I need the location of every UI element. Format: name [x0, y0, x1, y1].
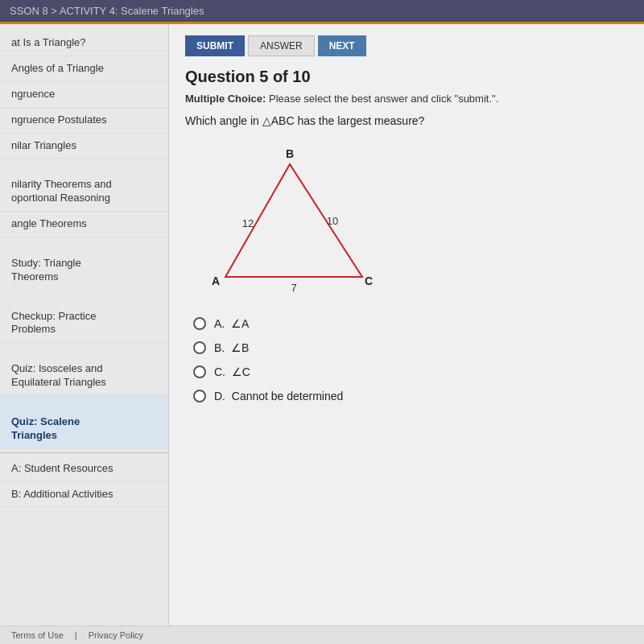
terms-link[interactable]: Terms of Use [11, 630, 64, 640]
instruction-rest: Please select the best answer and click … [266, 93, 498, 105]
footer: Terms of Use | Privacy Policy [0, 625, 644, 644]
submit-button[interactable]: SUBMIT [185, 35, 245, 56]
breadcrumb: SSON 8 > ACTIVITY 4: Scalene Triangles [0, 0, 644, 22]
sidebar: at Is a Triangle? Angles of a Triangle n… [0, 24, 169, 625]
radio-c[interactable] [193, 365, 206, 378]
sidebar-item-similar-triangles[interactable]: nilar Triangles [0, 134, 168, 159]
sidebar-item-angles[interactable]: Angles of a Triangle [0, 56, 168, 82]
side-ac-label: 7 [291, 282, 296, 294]
toolbar: SUBMIT ANSWER NEXT [185, 35, 625, 56]
question-header: Question 5 of 10 [185, 68, 625, 86]
vertex-b-label: B [286, 147, 294, 160]
choice-c-label: C. ∠C [214, 365, 250, 378]
question-text: Which angle in △ABC has the largest meas… [185, 114, 625, 127]
triangle-svg: B A C 12 10 7 [201, 140, 394, 301]
sidebar-item-similarity-theorems[interactable]: nilarity Theorems and oportional Reasoni… [0, 159, 168, 212]
side-ab-label: 12 [242, 217, 254, 229]
choice-d[interactable]: D. Cannot be determined [193, 390, 625, 402]
choice-b-label: B. ∠B [214, 341, 249, 354]
vertex-a-label: A [212, 275, 220, 287]
radio-d[interactable] [193, 390, 206, 402]
sidebar-item-checkup[interactable]: Checkup: Practice Problems [0, 291, 168, 344]
sidebar-item-quiz-isosceles[interactable]: Quiz: Isosceles and Equilateral Triangle… [0, 343, 168, 396]
sidebar-item-congruence-postulates[interactable]: ngruence Postulates [0, 108, 168, 134]
sidebar-section-a[interactable]: A: Student Resources [0, 456, 168, 482]
choice-a-label: A. ∠A [214, 317, 249, 330]
instruction-bold: Multiple Choice: [185, 93, 266, 105]
side-bc-label: 10 [327, 215, 338, 227]
answer-choices: A. ∠A B. ∠B C. ∠C D. Cannot be determine… [193, 317, 625, 402]
radio-b[interactable] [193, 341, 206, 354]
choice-c[interactable]: C. ∠C [193, 365, 625, 378]
vertex-c-label: C [365, 275, 373, 287]
content-area: SUBMIT ANSWER NEXT Question 5 of 10 Mult… [169, 24, 644, 625]
sidebar-item-triangle[interactable]: at Is a Triangle? [0, 31, 168, 56]
sidebar-item-angle-theorems[interactable]: angle Theorems [0, 212, 168, 237]
answer-button[interactable]: ANSWER [248, 35, 315, 56]
privacy-link[interactable]: Privacy Policy [89, 630, 143, 640]
question-instruction: Multiple Choice: Please select the best … [185, 93, 625, 105]
triangle-diagram: B A C 12 10 7 [201, 140, 625, 304]
choice-b[interactable]: B. ∠B [193, 341, 625, 354]
radio-a[interactable] [193, 317, 206, 330]
sidebar-divider-1 [0, 452, 168, 453]
next-button[interactable]: NEXT [318, 35, 366, 56]
sidebar-item-study-triangle[interactable]: Study: Triangle Theorems [0, 237, 168, 291]
sidebar-section-b[interactable]: B: Additional Activities [0, 482, 168, 508]
sidebar-item-congruence[interactable]: ngruence [0, 82, 168, 108]
sidebar-item-quiz-scalene[interactable]: Quiz: Scalene Triangles [0, 396, 168, 449]
choice-a[interactable]: A. ∠A [193, 317, 625, 330]
choice-d-label: D. Cannot be determined [214, 390, 343, 402]
